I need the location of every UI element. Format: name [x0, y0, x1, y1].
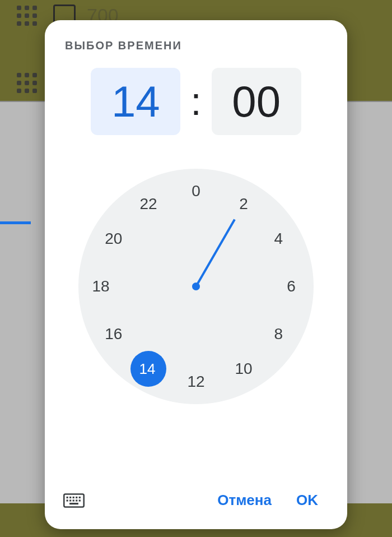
svg-rect-6 [67, 499, 68, 501]
svg-rect-1 [67, 496, 68, 498]
clock-tick-4[interactable]: 4 [274, 230, 283, 248]
svg-rect-11 [69, 502, 78, 504]
hours-field[interactable]: 14 [91, 68, 180, 135]
clock-tick-2[interactable]: 2 [239, 195, 248, 213]
dialog-title: ВЫБОР ВРЕМЕНИ [65, 39, 347, 52]
clock-tick-20[interactable]: 20 [105, 230, 122, 248]
svg-rect-9 [76, 499, 77, 501]
svg-rect-10 [79, 499, 81, 501]
background-accent-line [0, 221, 31, 224]
selected-hour-label: 14 [139, 360, 156, 378]
time-display-row: 14 : 00 [45, 68, 347, 135]
clock-face[interactable]: 14 02468101216182022 [78, 169, 314, 404]
clock-wrap: 14 02468101216182022 [45, 169, 347, 404]
keyboard-toggle-button[interactable] [62, 491, 86, 510]
time-colon: : [190, 82, 201, 121]
ok-button[interactable]: OK [286, 486, 328, 515]
minutes-field[interactable]: 00 [212, 68, 301, 135]
clock-center-dot [192, 283, 200, 290]
clock-tick-6[interactable]: 6 [287, 277, 296, 295]
keyboard-icon [63, 492, 85, 509]
clock-tick-8[interactable]: 8 [274, 325, 283, 343]
clock-tick-16[interactable]: 16 [105, 325, 122, 343]
svg-rect-3 [73, 496, 74, 498]
clock-hand [195, 219, 235, 287]
svg-rect-5 [79, 496, 81, 498]
clock-tick-18[interactable]: 18 [92, 277, 109, 295]
clock-tick-10[interactable]: 10 [235, 360, 252, 378]
svg-rect-8 [73, 499, 74, 501]
time-picker-dialog: ВЫБОР ВРЕМЕНИ 14 : 00 14 024681012161820… [45, 20, 347, 529]
dialog-button-row: Отмена OK [45, 486, 347, 529]
selected-hour-knob[interactable]: 14 [130, 351, 166, 387]
svg-rect-4 [76, 496, 77, 498]
clock-tick-22[interactable]: 22 [139, 195, 157, 213]
cancel-button[interactable]: Отмена [207, 486, 282, 515]
clock-tick-0[interactable]: 0 [192, 182, 200, 200]
svg-rect-7 [69, 499, 71, 501]
apps-grid-icon [17, 73, 37, 93]
svg-rect-2 [69, 496, 71, 498]
clock-tick-12[interactable]: 12 [187, 373, 204, 391]
apps-grid-icon [17, 6, 37, 26]
